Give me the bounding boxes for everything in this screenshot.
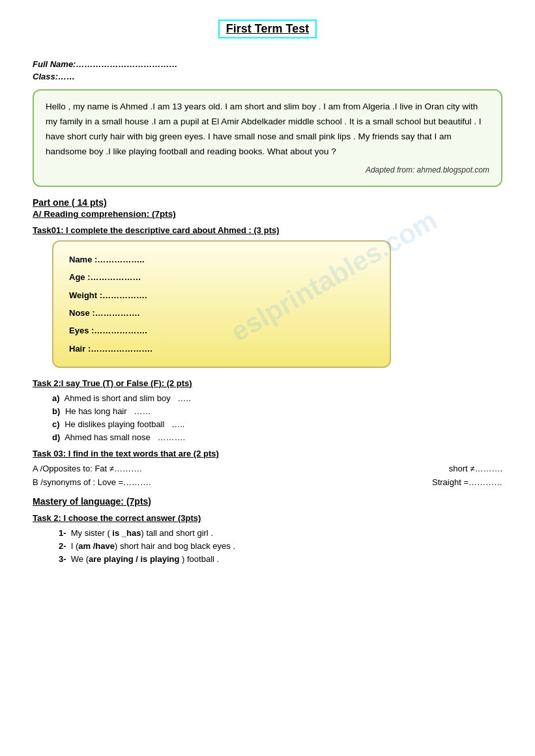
adapted-from: Adapted from: ahmed.blogspot.com	[46, 163, 489, 176]
mastery-section: Mastery of language: (7pts) Task 2: I ch…	[33, 496, 502, 564]
card-weight-field: Weight :…………….	[69, 287, 374, 304]
task3-opposites-fat: A /Opposites to: Fat ≠……….	[33, 464, 142, 473]
list-item: b) He has long hair ……	[52, 406, 502, 416]
part-one-title: Part one ( 14 pts)	[33, 197, 502, 208]
list-item: 2- I (am /have) short hair and bog black…	[59, 541, 502, 551]
card-name-field: Name :……………..	[69, 251, 374, 268]
reading-comprehension-title: A/ Reading comprehension: (7pts)	[33, 209, 502, 219]
card-eyes-field: Eyes :……………….	[69, 322, 374, 339]
list-item: d) Ahmed has small nose ……….	[52, 432, 502, 442]
task3-synonyms-straight: Straight =…………	[432, 477, 502, 487]
page-title: First Term Test	[218, 20, 317, 38]
mastery-task-title: Task 2: I choose the correct answer (3pt…	[33, 513, 502, 523]
descriptive-card: Name :…………….. Age :……………… Weight :…………….…	[52, 240, 391, 368]
passage-text: Hello , my name is Ahmed .I am 13 years …	[46, 102, 482, 156]
card-hair-field: Hair :………………….	[69, 340, 374, 357]
task3-opposites-short: short ≠……….	[449, 464, 502, 473]
list-item: 3- We (are playing / is playing ) footba…	[59, 554, 502, 564]
list-item: 1- My sister ( is _has) tall and short g…	[59, 528, 502, 538]
task3-title: Task 03: I find in the text words that a…	[33, 449, 502, 458]
true-false-list: a) Ahmed is short and slim boy ….. b) He…	[52, 393, 502, 442]
class-field: Class:……	[33, 72, 502, 81]
task1-title: Task01: I complete the descriptive card …	[33, 225, 502, 235]
list-item: c) He dislikes playing football …..	[52, 419, 502, 429]
mastery-answers-list: 1- My sister ( is _has) tall and short g…	[59, 528, 502, 564]
task3-row1: A /Opposites to: Fat ≠………. short ≠……….	[33, 464, 502, 473]
mastery-title: Mastery of language: (7pts)	[33, 496, 502, 507]
task3-synonyms-love: B /synonyms of : Love =……….	[33, 477, 151, 487]
full-name-field: Full Name:………………………………	[33, 59, 502, 69]
card-age-field: Age :………………	[69, 268, 374, 286]
reading-passage: Hello , my name is Ahmed .I am 13 years …	[33, 89, 502, 187]
card-nose-field: Nose :…………….	[69, 304, 374, 322]
task3-row2: B /synonyms of : Love =………. Straight =………	[33, 477, 502, 487]
task2-title: Task 2:I say True (T) or False (F): (2 p…	[33, 378, 502, 388]
list-item: a) Ahmed is short and slim boy …..	[52, 393, 502, 403]
